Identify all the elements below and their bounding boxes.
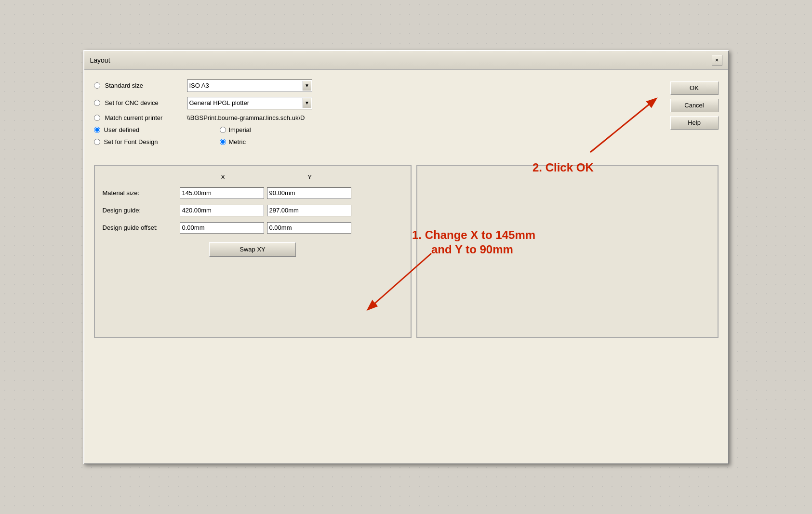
printer-path-text: \\BGSPrint.bourne-grammar.lincs.sch.uk\D	[187, 114, 305, 121]
bottom-panel: X Y Material size: Design guide:	[84, 160, 728, 343]
ok-button[interactable]: OK	[670, 81, 719, 95]
col-header-x: X	[180, 173, 266, 181]
design-guide-label: Design guide:	[103, 207, 180, 214]
right-preview-box	[416, 165, 719, 338]
table-header-row: X Y	[103, 173, 403, 181]
cancel-button[interactable]: Cancel	[670, 99, 719, 112]
font-design-radio[interactable]	[94, 139, 100, 145]
left-panel: Standard size ISO A3 ▼ Set for CNC devic…	[94, 79, 555, 150]
metric-label: Metric	[229, 138, 246, 145]
material-size-x-input[interactable]	[180, 187, 264, 199]
cnc-device-radio[interactable]	[94, 100, 100, 106]
material-size-row: Material size:	[103, 187, 403, 199]
match-printer-label: Match current printer	[105, 114, 182, 121]
user-defined-label: User defined	[104, 126, 181, 133]
right-panel: OK Cancel Help	[555, 79, 719, 150]
match-printer-row: Match current printer \\BGSPrint.bourne-…	[94, 114, 545, 121]
dialog-title: Layout	[90, 56, 110, 64]
user-defined-row: User defined Imperial	[94, 126, 545, 133]
close-button[interactable]: ×	[712, 55, 722, 66]
material-size-label: Material size:	[103, 189, 180, 197]
font-design-label: Set for Font Design	[104, 138, 181, 145]
table-box: X Y Material size: Design guide:	[94, 165, 412, 338]
font-design-row: Set for Font Design Metric	[94, 138, 545, 145]
design-guide-offset-y-input[interactable]	[267, 222, 351, 234]
col-header-y: Y	[266, 173, 353, 181]
match-printer-radio[interactable]	[94, 115, 100, 121]
imperial-label: Imperial	[229, 126, 251, 133]
imperial-option: Imperial	[220, 126, 251, 133]
design-guide-offset-row: Design guide offset:	[103, 222, 403, 234]
swap-btn-row: Swap XY	[103, 242, 403, 257]
standard-size-radio[interactable]	[94, 82, 100, 89]
standard-size-dropdown[interactable]: ISO A3	[187, 79, 312, 92]
dialog-body: Standard size ISO A3 ▼ Set for CNC devic…	[84, 70, 728, 160]
user-defined-radio[interactable]	[94, 127, 100, 133]
desktop: Layout × Standard size ISO A3 ▼	[0, 0, 812, 514]
design-guide-offset-x-input[interactable]	[180, 222, 264, 234]
action-buttons: OK Cancel Help	[670, 81, 719, 130]
design-guide-y-input[interactable]	[267, 205, 351, 216]
design-guide-x-input[interactable]	[180, 205, 264, 216]
standard-size-dropdown-wrap: ISO A3 ▼	[187, 79, 312, 92]
swap-xy-button[interactable]: Swap XY	[209, 242, 296, 257]
cnc-device-dropdown[interactable]: General HPGL plotter	[187, 97, 312, 109]
design-guide-row: Design guide:	[103, 205, 403, 216]
metric-option: Metric	[220, 138, 246, 145]
standard-size-row: Standard size ISO A3 ▼	[94, 79, 545, 92]
layout-dialog: Layout × Standard size ISO A3 ▼	[83, 50, 729, 464]
title-bar: Layout ×	[84, 51, 728, 70]
standard-size-label: Standard size	[105, 82, 182, 89]
imperial-radio[interactable]	[220, 127, 226, 133]
design-guide-offset-label: Design guide offset:	[103, 224, 180, 231]
material-size-y-input[interactable]	[267, 187, 351, 199]
cnc-device-label: Set for CNC device	[105, 99, 182, 106]
cnc-device-row: Set for CNC device General HPGL plotter …	[94, 97, 545, 109]
metric-radio[interactable]	[220, 139, 226, 145]
cnc-device-dropdown-wrap: General HPGL plotter ▼	[187, 97, 312, 109]
help-button[interactable]: Help	[670, 116, 719, 130]
